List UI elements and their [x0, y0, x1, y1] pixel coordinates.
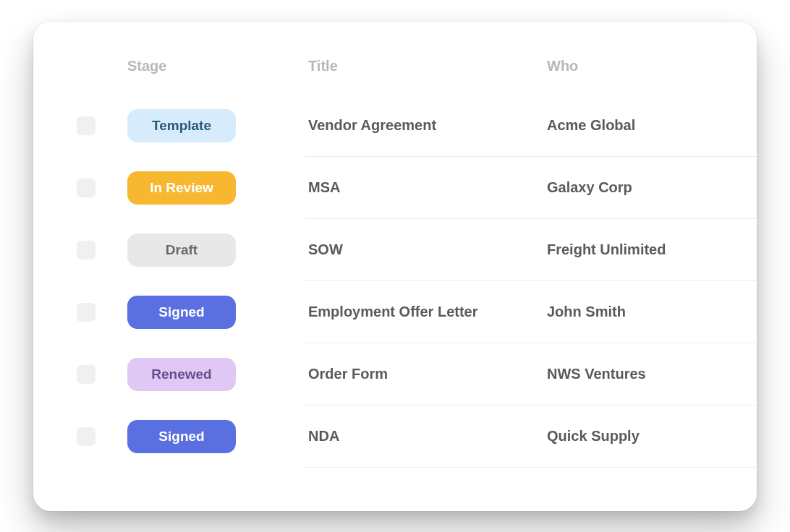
- row-checkbox[interactable]: [77, 241, 95, 259]
- documents-table: Stage Title Who Template Vendor Agreemen…: [33, 58, 757, 468]
- stage-badge[interactable]: Draft: [127, 233, 236, 267]
- row-who: John Smith: [547, 304, 626, 319]
- table-header-row: Stage Title Who: [33, 58, 757, 95]
- row-checkbox[interactable]: [77, 179, 95, 197]
- row-title: MSA: [308, 179, 340, 195]
- row-divider: [305, 467, 757, 468]
- header-stage: Stage: [127, 58, 166, 74]
- stage-badge[interactable]: Renewed: [127, 358, 236, 391]
- stage-badge[interactable]: Template: [127, 109, 236, 142]
- table-row: In Review MSA Galaxy Corp: [33, 157, 757, 219]
- documents-card: Stage Title Who Template Vendor Agreemen…: [33, 22, 757, 511]
- row-checkbox[interactable]: [77, 365, 95, 384]
- table-row: Signed Employment Offer Letter John Smit…: [33, 281, 757, 343]
- table-row: Renewed Order Form NWS Ventures: [33, 343, 757, 406]
- table-row: Signed NDA Quick Supply: [33, 406, 757, 468]
- table-row: Draft SOW Freight Unlimited: [33, 219, 757, 281]
- header-title: Title: [308, 58, 338, 74]
- row-checkbox[interactable]: [77, 427, 95, 446]
- stage-badge[interactable]: Signed: [127, 296, 236, 329]
- row-who: Quick Supply: [547, 428, 640, 444]
- header-who: Who: [547, 58, 578, 74]
- row-title: NDA: [308, 428, 339, 444]
- table-row: Template Vendor Agreement Acme Global: [33, 95, 757, 157]
- stage-badge[interactable]: In Review: [127, 171, 236, 205]
- row-who: Galaxy Corp: [547, 179, 632, 195]
- stage-badge[interactable]: Signed: [127, 420, 236, 453]
- row-who: NWS Ventures: [547, 366, 646, 382]
- row-title: SOW: [308, 241, 343, 257]
- row-title: Employment Offer Letter: [308, 304, 477, 319]
- row-checkbox[interactable]: [77, 303, 95, 322]
- row-title: Vendor Agreement: [308, 117, 436, 133]
- row-title: Order Form: [308, 366, 388, 382]
- row-checkbox[interactable]: [77, 116, 95, 135]
- row-who: Freight Unlimited: [547, 241, 666, 257]
- row-who: Acme Global: [547, 117, 635, 133]
